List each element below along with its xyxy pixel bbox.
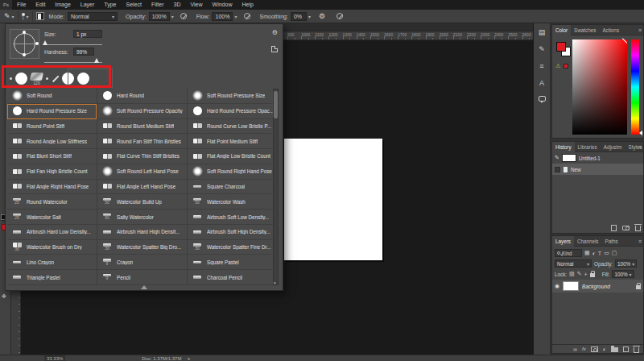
link-layers-icon[interactable]: ∞ bbox=[573, 346, 577, 352]
brush-item[interactable]: 9Pencil bbox=[97, 270, 187, 285]
layer-row-background[interactable]: ◉ Background bbox=[552, 280, 643, 293]
brush-item[interactable]: Airbrush Soft High Density... bbox=[188, 225, 277, 240]
brush-item[interactable]: Round Fan Stiff Thin Bristles bbox=[97, 134, 187, 149]
brush-item[interactable]: Flat Point Medium Stiff bbox=[188, 134, 277, 149]
brush-item[interactable]: 30Watercolor Spatter Fine Dr... bbox=[188, 240, 277, 255]
layer-fill-value[interactable]: 100%▾ bbox=[612, 270, 634, 278]
brush-preset-picker[interactable]: 1 bbox=[22, 13, 25, 19]
brush-angle-roundness-control[interactable] bbox=[10, 29, 39, 59]
brush-item[interactable]: 50Watercolor Wash bbox=[188, 194, 277, 210]
comments-panel-icon[interactable] bbox=[539, 96, 546, 102]
brush-item[interactable]: Soft Round Pressure Size bbox=[188, 89, 277, 104]
filter-group-layers-icon[interactable]: ▭ bbox=[604, 250, 609, 256]
brush-item[interactable]: Flat Angle Right Hand Pose bbox=[7, 180, 97, 195]
brush-item[interactable]: Square Charcoal bbox=[188, 180, 277, 195]
menu-3d[interactable]: 3D bbox=[169, 0, 186, 10]
brush-item[interactable]: Soft Round Right Hand Pose bbox=[188, 164, 277, 180]
brush-item[interactable]: Square Pastel bbox=[188, 255, 277, 270]
lock-position-icon[interactable]: + bbox=[584, 272, 588, 277]
foreground-color-swatch[interactable] bbox=[556, 42, 566, 52]
menu-window[interactable]: Window bbox=[208, 0, 237, 10]
filter-smart-object-icon[interactable]: ▢ bbox=[612, 250, 617, 256]
document-canvas[interactable] bbox=[284, 139, 382, 260]
filter-pixel-layers-icon[interactable]: ▦ bbox=[584, 250, 590, 256]
panel-menu-icon[interactable]: ≡ bbox=[638, 142, 642, 152]
brush-item[interactable]: Lino Crayon bbox=[7, 255, 97, 270]
brush-item[interactable]: 36Watercolor Brush on Dry bbox=[7, 240, 97, 255]
tab-color[interactable]: Color bbox=[552, 25, 571, 35]
pressure-opacity-icon[interactable] bbox=[180, 13, 187, 19]
gamut-warning-icon[interactable]: ⚠ bbox=[555, 63, 560, 69]
brush-item[interactable]: Flat Angle Low Bristle Count bbox=[188, 149, 277, 164]
new-group-folder-icon[interactable] bbox=[611, 347, 618, 352]
tab-history[interactable]: History bbox=[552, 142, 575, 152]
brush-settings-icon[interactable]: ✎ bbox=[539, 45, 545, 53]
delete-layer-trash-icon[interactable] bbox=[634, 347, 639, 353]
airbrush-toggle-icon[interactable] bbox=[244, 13, 250, 19]
smoothing-options-gear-icon[interactable]: ⚙ bbox=[319, 12, 325, 20]
brush-item[interactable]: Round Curve Low Bristle P... bbox=[188, 119, 277, 135]
tab-paths[interactable]: Paths bbox=[602, 236, 621, 247]
brush-item[interactable]: 25Round Watercolor bbox=[7, 194, 97, 210]
layer-visibility-eye-icon[interactable]: ◉ bbox=[555, 283, 559, 289]
scrollbar-thumb[interactable] bbox=[274, 91, 278, 118]
brush-item[interactable]: Soft Round Left Hand Pose bbox=[97, 164, 187, 180]
opacity-value[interactable]: 100% bbox=[149, 12, 170, 21]
opacity-caret-icon[interactable]: ▾ bbox=[171, 14, 174, 19]
new-document-from-state-icon[interactable] bbox=[611, 225, 617, 231]
smoothing-caret-icon[interactable]: ▾ bbox=[308, 14, 311, 19]
brush-item[interactable]: Flat Angle Left Hand Pose bbox=[97, 180, 187, 195]
new-snapshot-camera-icon[interactable] bbox=[622, 226, 630, 230]
tab-swatches[interactable]: Swatches bbox=[571, 25, 599, 35]
new-adjustment-layer-icon[interactable]: ◐ bbox=[603, 346, 606, 352]
menu-edit[interactable]: Edit bbox=[31, 0, 50, 10]
brush-item[interactable]: Hard Round Pressure Opac... bbox=[188, 104, 277, 119]
brush-item[interactable]: 9Crayon bbox=[97, 255, 187, 270]
layer-style-fx-icon[interactable]: fx bbox=[582, 346, 586, 351]
tool-preset-caret-icon[interactable]: ▾ bbox=[12, 14, 14, 19]
brush-item[interactable]: Flat Blunt Short Stiff bbox=[7, 149, 97, 164]
panel-gear-icon[interactable]: ⚙ bbox=[272, 29, 278, 36]
layer-filter-kind-select[interactable]: Kind bbox=[555, 249, 582, 257]
new-brush-icon[interactable] bbox=[271, 46, 278, 52]
delete-state-trash-icon[interactable] bbox=[635, 226, 641, 231]
lock-transparency-icon[interactable]: ▨ bbox=[569, 271, 575, 277]
brush-item[interactable]: Soft Round Pressure Opacity bbox=[97, 104, 187, 119]
brush-picker-caret-icon[interactable]: ▾ bbox=[27, 14, 29, 19]
tab-libraries[interactable]: Libraries bbox=[575, 142, 601, 152]
status-options-caret-icon[interactable]: ▸ bbox=[188, 355, 190, 361]
menu-view[interactable]: View bbox=[186, 0, 208, 10]
menu-type[interactable]: Type bbox=[99, 0, 121, 10]
size-slider[interactable] bbox=[44, 44, 102, 45]
tab-channels[interactable]: Channels bbox=[574, 236, 602, 247]
brush-item[interactable]: Soft Round bbox=[7, 89, 97, 104]
menu-help[interactable]: Help bbox=[237, 0, 258, 10]
brush-item[interactable]: Flat Curve Thin Stiff Bristles bbox=[97, 149, 187, 164]
history-state-row[interactable]: New bbox=[552, 164, 643, 175]
saturation-brightness-field[interactable] bbox=[572, 39, 627, 135]
brush-item[interactable]: Round Angle Low Stiffness bbox=[7, 134, 97, 149]
brush-item[interactable]: 50Watercolor Build Up bbox=[97, 194, 187, 210]
flow-caret-icon[interactable]: ▾ bbox=[234, 14, 237, 19]
history-brush-icon[interactable]: ✎ bbox=[555, 155, 559, 161]
history-state-row[interactable]: ✎ Untitled-1 bbox=[552, 152, 643, 164]
tab-layers[interactable]: Layers bbox=[552, 236, 574, 247]
menu-file[interactable]: File bbox=[12, 0, 31, 10]
menu-layer[interactable]: Layer bbox=[76, 0, 100, 10]
tab-adjustm[interactable]: Adjustm bbox=[601, 142, 625, 152]
adjustments-sliders-icon[interactable]: ≡ bbox=[539, 62, 543, 70]
brush-list-scrollbar[interactable]: ▾ bbox=[273, 89, 279, 285]
size-input[interactable]: 1 px bbox=[73, 30, 102, 38]
smoothing-value[interactable]: 0% bbox=[291, 12, 307, 21]
tool-icon[interactable]: ✥ bbox=[2, 293, 6, 300]
brush-item[interactable]: Airbrush Soft Low Density... bbox=[188, 210, 277, 225]
brush-item[interactable]: Charcoal Pencil bbox=[188, 270, 277, 285]
flow-value[interactable]: 100% bbox=[212, 12, 233, 21]
brush-item[interactable]: 25Watercolor Salt bbox=[7, 210, 97, 225]
menu-image[interactable]: Image bbox=[50, 0, 75, 10]
size-slider-thumb[interactable] bbox=[43, 40, 47, 45]
hardness-slider-thumb[interactable] bbox=[94, 58, 99, 63]
properties-panel-icon[interactable]: ▤ bbox=[539, 28, 546, 36]
mode-select[interactable]: Normal▾ bbox=[68, 12, 118, 21]
hue-slider[interactable] bbox=[631, 39, 639, 135]
